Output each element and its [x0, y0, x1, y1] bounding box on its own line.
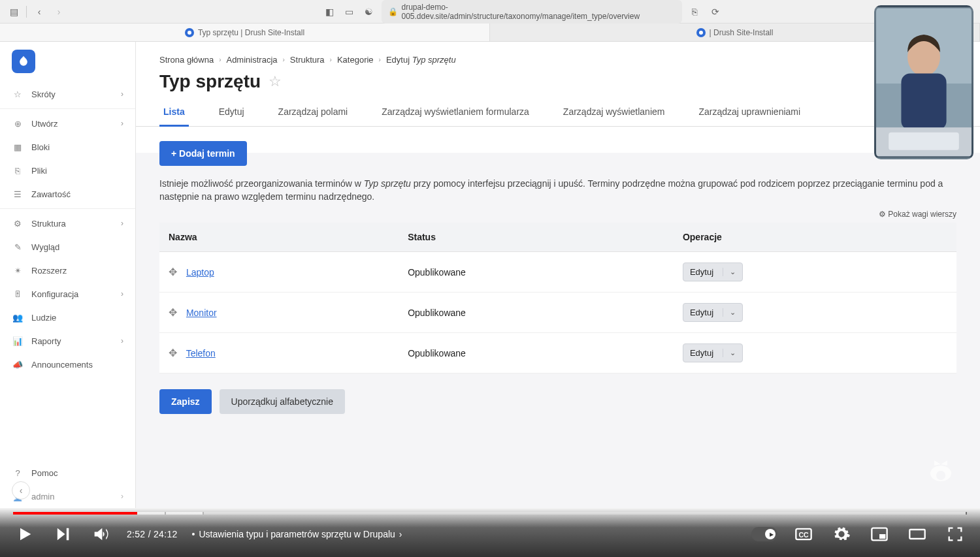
col-operations: Operacje — [674, 223, 956, 252]
crumb[interactable]: Struktura — [290, 55, 325, 65]
drupal-logo[interactable] — [12, 50, 35, 73]
volume-button[interactable] — [89, 522, 112, 546]
term-status: Opublikowane — [399, 293, 674, 333]
sidebar-item-pliki[interactable]: ⎘ Pliki — [0, 159, 135, 182]
url-bar[interactable]: 🔒 drupal-demo-005.ddev.site/admin/struct… — [382, 0, 682, 24]
add-term-button[interactable]: + Dodaj termin — [159, 141, 247, 166]
crumb[interactable]: Strona główna — [159, 55, 214, 65]
help-icon: ? — [12, 467, 24, 479]
reload-icon[interactable]: ⟳ — [708, 5, 723, 19]
sidebar-item-raporty[interactable]: 📊 Raporty › — [0, 329, 135, 353]
term-link[interactable]: Laptop — [186, 267, 214, 278]
chevron-down-icon: ⌄ — [723, 349, 736, 357]
sidebar-label: Struktura — [31, 219, 66, 229]
term-status: Opublikowane — [399, 252, 674, 293]
browser-tab-0[interactable]: Typ sprzętu | Drush Site-Install — [0, 24, 490, 41]
browser-top-bar: ▤ ‹ › ◧ ▭ ☯ 🔒 drupal-demo-005.ddev.site/… — [0, 0, 980, 24]
theater-button[interactable] — [906, 522, 929, 546]
chevron-right-icon: › — [330, 56, 332, 63]
sidebar-toggle-icon[interactable]: ▤ — [7, 5, 21, 19]
captions-button[interactable]: CC — [792, 522, 815, 546]
operation-dropdown[interactable]: Edytuj ⌄ — [683, 303, 743, 322]
channel-watermark-icon[interactable] — [921, 460, 960, 492]
show-row-weights-link[interactable]: ⚙ Pokaż wagi wierszy — [159, 210, 956, 219]
video-chapter[interactable]: • Ustawienia typu i parametrów sprzętu w… — [192, 529, 402, 539]
tab-zarzadzaj-wyswietlaniem[interactable]: Zarządzaj wyświetlaniem — [559, 100, 669, 126]
browser-tab-strip: Typ sprzętu | Drush Site-Install | Drush… — [0, 24, 980, 42]
sidebar-label: Wygląd — [31, 242, 59, 252]
tab-edytuj[interactable]: Edytuj — [215, 100, 248, 126]
drag-handle-icon[interactable]: ✥ — [169, 266, 177, 278]
settings-button[interactable] — [830, 522, 853, 546]
crumb[interactable]: Administracja — [226, 55, 277, 65]
main-content: Strona główna › Administracja › Struktur… — [136, 42, 980, 508]
svg-rect-3 — [901, 74, 946, 130]
drag-handle-icon[interactable]: ✥ — [169, 307, 177, 318]
svg-text:CC: CC — [798, 531, 809, 539]
sidebar-label: admin — [31, 492, 54, 501]
sidebar-item-zawartosc[interactable]: ☰ Zawartość — [0, 182, 135, 206]
progress-bar[interactable] — [13, 512, 967, 515]
tab-zarzadzaj-uprawnieniami[interactable]: Zarządzaj uprawnieniami — [694, 100, 804, 126]
local-tabs: Lista Edytuj Zarządzaj polami Zarządzaj … — [136, 100, 980, 127]
breadcrumb: Strona główna › Administracja › Struktur… — [136, 42, 980, 70]
chevron-right-icon: › — [283, 56, 285, 63]
table-row: ✥ Monitor Opublikowane Edytuj ⌄ — [159, 293, 956, 333]
back-icon[interactable]: ‹ — [32, 5, 46, 19]
term-link[interactable]: Monitor — [186, 308, 217, 318]
sidebar-item-skroty[interactable]: ☆ Skróty › — [0, 82, 135, 106]
save-button[interactable]: Zapisz — [159, 389, 212, 414]
operation-dropdown[interactable]: Edytuj ⌄ — [683, 263, 743, 281]
table-row: ✥ Laptop Opublikowane Edytuj ⌄ — [159, 252, 956, 293]
tab-zarzadzaj-wyswietlaniem-formularza[interactable]: Zarządzaj wyświetlaniem formularza — [378, 100, 533, 126]
table-row: ✥ Telefon Opublikowane Edytuj ⌄ — [159, 333, 956, 374]
sidebar-item-utworz[interactable]: ⊕ Utwórz › — [0, 112, 135, 135]
favorite-star-icon[interactable]: ☆ — [269, 73, 282, 90]
sidebar-item-announcements[interactable]: 📣 Announcements — [0, 353, 135, 376]
chevron-right-icon: › — [219, 56, 221, 63]
autoplay-toggle[interactable] — [751, 527, 777, 541]
chevron-right-icon: › — [121, 289, 123, 298]
sidebar-item-wyglad[interactable]: ✎ Wygląd — [0, 235, 135, 259]
forward-icon: › — [52, 5, 66, 19]
miniplayer-button[interactable] — [868, 522, 891, 546]
reader-icon[interactable]: ▭ — [342, 5, 357, 19]
drupal-icon — [696, 28, 706, 37]
sort-alpha-button[interactable]: Uporządkuj alfabetycznie — [220, 389, 345, 414]
clipboard-icon[interactable]: ⎘ — [687, 5, 702, 19]
sidebar-item-ludzie[interactable]: 👥 Ludzie — [0, 306, 135, 329]
term-link[interactable]: Telefon — [186, 348, 216, 358]
tab-zarzadzaj-polami[interactable]: Zarządzaj polami — [274, 100, 352, 126]
sidebar-label: Announcements — [31, 360, 93, 370]
video-time: 2:52 / 24:12 — [127, 529, 178, 539]
structure-icon: ⚙ — [12, 217, 24, 229]
chevron-right-icon: › — [121, 219, 123, 228]
sidebar-item-bloki[interactable]: ▦ Bloki — [0, 135, 135, 159]
translate-icon[interactable]: ☯ — [362, 5, 376, 19]
drag-handle-icon[interactable]: ✥ — [169, 347, 177, 358]
blocks-icon: ▦ — [12, 141, 24, 153]
next-button[interactable] — [51, 522, 74, 546]
fullscreen-button[interactable] — [943, 522, 967, 546]
sliders-icon: 🎚 — [12, 288, 24, 300]
doc-icon: ☰ — [12, 188, 24, 200]
shield-icon[interactable]: ◧ — [323, 5, 337, 19]
file-icon: ⎘ — [12, 165, 24, 176]
crumb[interactable]: Kategorie — [337, 55, 374, 65]
operation-dropdown[interactable]: Edytuj ⌄ — [683, 343, 743, 362]
people-icon: 👥 — [12, 311, 24, 323]
sidebar-item-rozszerz[interactable]: ✴ Rozszerz — [0, 259, 135, 282]
plus-circle-icon: ⊕ — [12, 118, 24, 129]
col-status: Status — [399, 223, 674, 252]
presenter-webcam — [874, 5, 973, 159]
sidebar-item-struktura[interactable]: ⚙ Struktura › — [0, 212, 135, 235]
sidebar-label: Ludzie — [31, 313, 56, 323]
sidebar-label: Raporty — [31, 336, 61, 346]
collapse-sidebar-icon[interactable]: ‹ — [12, 481, 30, 500]
tab-lista[interactable]: Lista — [159, 100, 189, 127]
chevron-right-icon: › — [121, 492, 123, 501]
term-status: Opublikowane — [399, 333, 674, 374]
sidebar-item-konfiguracja[interactable]: 🎚 Konfiguracja › — [0, 282, 135, 306]
sidebar-label: Zawartość — [31, 189, 71, 199]
play-button[interactable] — [13, 522, 37, 546]
